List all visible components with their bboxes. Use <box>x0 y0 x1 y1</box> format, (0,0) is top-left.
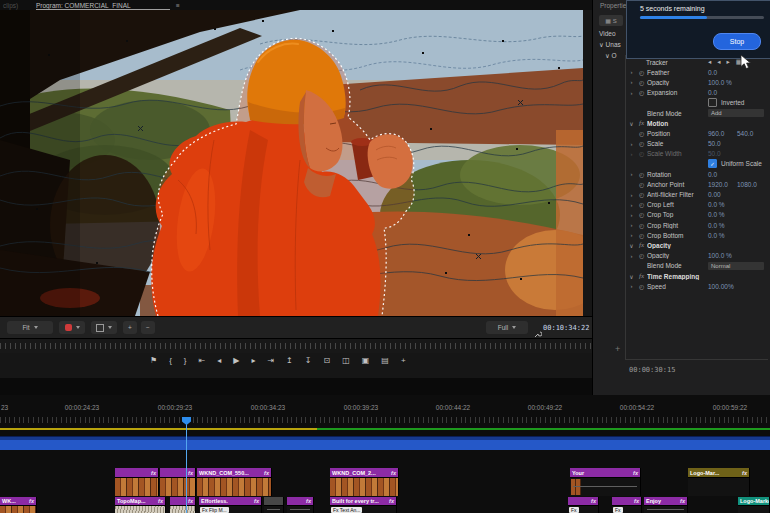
timeline-clip-enjoy[interactable]: Enjoyfx <box>644 497 688 513</box>
param-value[interactable]: 100.0 % <box>708 79 737 86</box>
stopwatch-icon[interactable]: ◴ <box>636 222 647 229</box>
program-monitor-tab[interactable]: Program: COMMERCIAL_FINAL <box>36 2 131 9</box>
stopwatch-icon[interactable]: ◴ <box>636 191 647 198</box>
effect-section-motion[interactable]: ∨fxMotion <box>627 118 768 128</box>
add-button[interactable]: + <box>615 344 620 354</box>
twirl-right-icon[interactable]: › <box>627 283 636 289</box>
fx-badge[interactable]: fx <box>306 497 311 505</box>
timeline-clip-logo-mar[interactable]: Logo-Mar...fx <box>688 468 750 496</box>
stopwatch-icon[interactable]: ◴ <box>636 69 647 76</box>
fx-badge[interactable]: fx <box>158 497 163 505</box>
timeline-clip-effortless[interactable]: Effortless.fxFx Flip M... <box>199 497 262 513</box>
param-value[interactable]: 0.0 <box>708 69 737 76</box>
row-crop-right[interactable]: ›◴Crop Right0.0 % <box>627 220 768 230</box>
timeline-clip[interactable]: fx <box>115 468 159 496</box>
param-value[interactable]: 1080.0 <box>737 181 766 188</box>
lift-icon[interactable]: ↥ <box>286 357 293 365</box>
checkbox-inverted[interactable] <box>708 98 717 107</box>
param-value[interactable]: 540.0 <box>737 130 766 137</box>
overlay-options-button[interactable] <box>91 321 117 334</box>
track-backward-one-frame-icon[interactable]: ◂ <box>708 58 711 66</box>
param-value[interactable]: 0.00 <box>708 191 737 198</box>
stop-button[interactable]: Stop <box>713 33 761 50</box>
blend-mode-dropdown[interactable]: Add <box>708 109 764 117</box>
param-value[interactable]: 0.0 % <box>708 222 737 229</box>
twirl-down-icon[interactable]: ∨ <box>627 242 636 249</box>
timeline-clip-wknd-com-550[interactable]: WKND_COM_550...fx <box>197 468 272 496</box>
clip-thumbnail-chip[interactable]: ▦ S <box>599 15 623 26</box>
play-icon[interactable]: ▶ <box>233 357 239 365</box>
blend-mode-dropdown[interactable]: Normal <box>708 262 764 270</box>
timeline-clip-full-width[interactable] <box>0 436 770 450</box>
fx-badge[interactable]: fx <box>391 468 396 477</box>
monitor-scrubber[interactable] <box>0 338 592 353</box>
param-value[interactable]: 960.0 <box>708 130 737 137</box>
param-value[interactable]: 100.0 % <box>708 252 737 259</box>
panel-menu-icon[interactable]: ≡ <box>176 2 180 9</box>
fx-badge[interactable]: fx <box>151 468 156 477</box>
effect-section-opacity[interactable]: ∨fxOpacity <box>627 240 768 250</box>
twirl-right-icon[interactable]: › <box>627 171 636 177</box>
playback-resolution-select[interactable]: Full <box>486 321 528 334</box>
twirl-down-icon[interactable]: ∨ <box>627 120 636 127</box>
go-to-out-icon[interactable]: ⇥ <box>267 357 274 365</box>
row-blend-mode[interactable]: Blend ModeNormal <box>627 261 768 271</box>
row-crop-top[interactable]: ›◴Crop Top0.0 % <box>627 210 768 220</box>
fx-badge[interactable]: fx <box>188 468 193 477</box>
param-value[interactable]: 1920.0 <box>708 181 737 188</box>
twirl-right-icon[interactable]: › <box>627 151 636 157</box>
fx-badge[interactable]: fx <box>633 468 638 477</box>
zoom-level-select[interactable]: Fit <box>7 321 53 334</box>
stopwatch-icon[interactable]: ◴ <box>636 150 647 157</box>
stopwatch-icon[interactable]: ◴ <box>636 130 647 137</box>
button-editor-icon[interactable]: + <box>401 357 406 365</box>
fx-badge[interactable]: fx <box>591 497 596 505</box>
stopwatch-icon[interactable]: ◴ <box>636 79 647 86</box>
stopwatch-icon[interactable]: ◴ <box>636 252 647 259</box>
row-speed[interactable]: ›◴Speed100.00% <box>627 281 768 291</box>
fx-badge[interactable]: fx <box>680 497 685 505</box>
step-back-icon[interactable]: ◂ <box>217 357 221 365</box>
step-forward-icon[interactable]: ▸ <box>251 357 255 365</box>
timeline-clip-wknd-com-2[interactable]: WKND_COM_2...fx <box>330 468 399 496</box>
twirl-right-icon[interactable]: › <box>627 222 636 228</box>
stopwatch-icon[interactable]: ◴ <box>636 283 647 290</box>
sidebar-item-unassigned[interactable]: ∨ Unas <box>599 41 621 49</box>
twirl-right-icon[interactable]: › <box>627 232 636 238</box>
row-rotation[interactable]: ›◴Rotation0.0 <box>627 169 768 179</box>
stopwatch-icon[interactable]: ◴ <box>636 140 647 147</box>
overwrite-icon[interactable]: ▤ <box>381 357 389 365</box>
track-forward-icon[interactable]: ▸ <box>727 58 730 66</box>
twirl-right-icon[interactable]: › <box>627 202 636 208</box>
timeline-clip[interactable] <box>264 497 284 513</box>
row-scale-width[interactable]: ›◴Scale Width50.0 <box>627 149 768 159</box>
checkbox-uniform-scale[interactable]: ✓ <box>708 159 717 168</box>
export-frame-icon[interactable]: ⊡ <box>324 357 331 365</box>
program-viewport[interactable] <box>0 10 583 316</box>
stopwatch-icon[interactable]: ◴ <box>636 211 647 218</box>
fx-badge[interactable]: fx <box>29 497 34 505</box>
param-value[interactable]: 0.0 <box>708 89 737 96</box>
fx-badge[interactable]: fx <box>389 497 394 505</box>
timeline-clip[interactable]: fx <box>170 497 196 513</box>
stopwatch-icon[interactable]: ◴ <box>636 181 647 188</box>
mask-color-button[interactable] <box>59 321 85 334</box>
stopwatch-icon[interactable]: ◴ <box>636 232 647 239</box>
insert-icon[interactable]: ▣ <box>362 357 370 365</box>
fx-badge[interactable]: fx <box>742 468 747 477</box>
zoom-in-button[interactable]: + <box>123 321 137 334</box>
twirl-right-icon[interactable]: › <box>627 141 636 147</box>
twirl-down-icon[interactable]: ∨ <box>627 273 636 280</box>
fx-badge[interactable]: fx <box>254 497 259 505</box>
timeline-clip-wk[interactable]: WK...fx <box>0 497 37 513</box>
row-inverted[interactable]: Inverted <box>627 98 768 108</box>
go-to-in-icon[interactable]: ⇤ <box>199 357 206 365</box>
playhead-handle[interactable] <box>182 417 191 425</box>
param-value[interactable]: 100.00% <box>708 283 737 290</box>
track-backward-icon[interactable]: ◂ <box>717 58 720 66</box>
add-marker-icon[interactable]: ⚑ <box>150 357 157 365</box>
effect-group-fragment[interactable]: ∨ O <box>605 52 617 60</box>
row-expansion[interactable]: ›◴Expansion0.0 <box>627 88 768 98</box>
sidebar-item-video[interactable]: Video <box>599 30 616 37</box>
param-value[interactable]: 0.0 % <box>708 211 737 218</box>
